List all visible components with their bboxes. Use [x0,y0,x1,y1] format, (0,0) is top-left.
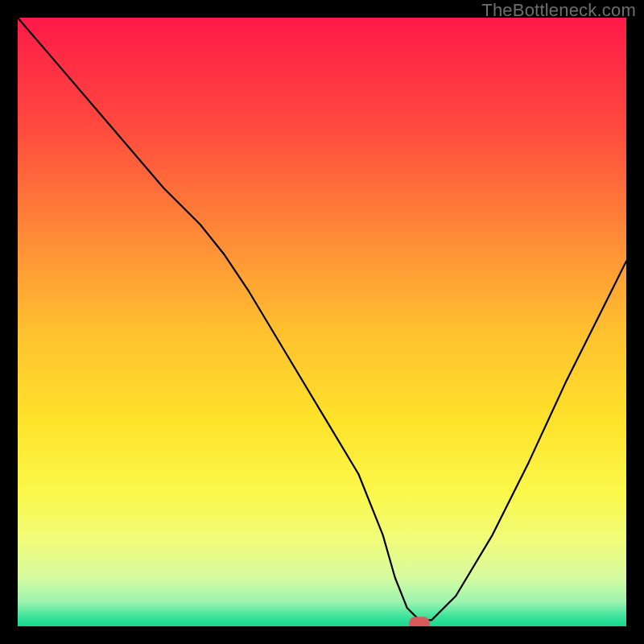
chart-svg [18,18,626,626]
gradient-background [18,18,626,626]
optimum-marker [409,617,430,626]
plot-area [18,18,626,626]
chart-frame: TheBottleneck.com [0,0,644,644]
